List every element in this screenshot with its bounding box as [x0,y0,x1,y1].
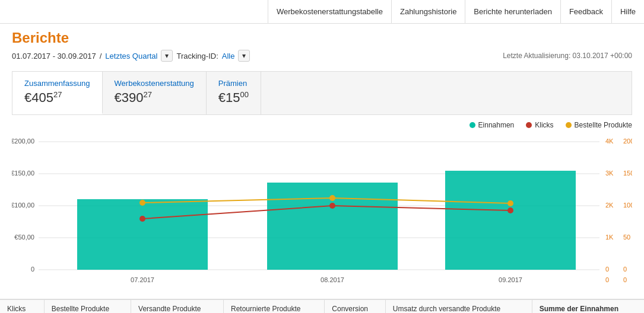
produkte-point-2 [329,195,335,201]
svg-text:150: 150 [623,170,632,177]
header-bestellte-produkte: Bestellte Produkte [44,299,131,313]
tracking-dropdown[interactable] [238,50,250,62]
svg-text:4K: 4K [605,138,614,145]
nav-werbekostenerstattungstabelle[interactable]: Werbekostenerstattungstabelle [268,0,391,24]
header-conversion: Conversion [325,299,385,313]
stats-header-row: Klicks Bestellte Produkte Versandte Prod… [0,299,644,313]
page-title: Berichte [12,30,632,46]
svg-text:€150,00: €150,00 [12,170,34,177]
nav-berichte-herunterladen[interactable]: Berichte herunterladen [465,0,560,24]
header-klicks: Klicks [0,299,44,313]
klicks-dot [526,122,532,128]
page-header: Berichte 01.07.2017 - 30.09.2017 / Letzt… [0,24,644,71]
produkte-point-3 [507,200,513,206]
tab-praemien[interactable]: Prämien €1500 [207,72,261,114]
svg-text:3K: 3K [605,170,614,177]
bar-07-2017 [77,199,208,270]
svg-text:50: 50 [623,234,630,241]
tab-praemien-label: Prämien [218,79,249,88]
nav-feedback[interactable]: Feedback [560,0,611,24]
legend-bestellte-produkte: Bestellte Produkte [566,121,632,129]
header-retournierte-produkte: Retournierte Produkte [224,299,325,313]
svg-text:1K: 1K [605,234,614,241]
tab-zusammenfassung[interactable]: Zusammenfassung €40527 [12,72,103,114]
date-range: 01.07.2017 - 30.09.2017 [12,52,96,60]
svg-text:0: 0 [605,266,609,273]
svg-text:€50,00: €50,00 [14,234,34,241]
separator: / [100,52,102,60]
tab-praemien-value: €1500 [218,90,249,106]
svg-text:100: 100 [623,202,632,209]
tab-werbekostenerstattung-label: Werbekostenerstattung [115,79,194,88]
tracking-label: Tracking-ID: [176,52,218,60]
nav-zahlungshistorie[interactable]: Zahlungshistorie [391,0,465,24]
klicks-point-3 [507,207,513,213]
svg-text:2K: 2K [605,202,614,209]
klicks-label: Klicks [535,121,553,129]
period-dropdown[interactable] [161,50,173,62]
klicks-point-2 [329,203,335,209]
svg-text:0: 0 [623,266,627,273]
tab-werbekostenerstattung[interactable]: Werbekostenerstattung €39027 [103,72,207,114]
einnahmen-dot [469,122,475,128]
date-filter-left: 01.07.2017 - 30.09.2017 / Letztes Quarta… [12,50,250,62]
x-label-07: 07.2017 [131,276,154,283]
chart-container: €200,00 €150,00 €100,00 €50,00 0 4K 3K 2… [12,133,632,293]
svg-text:0: 0 [605,276,609,283]
summary-tabs: Zusammenfassung €40527 Werbekostenerstat… [12,71,632,115]
header-umsatz: Umsatz durch versandte Produkte [385,299,532,313]
svg-text:€200,00: €200,00 [12,138,34,145]
svg-text:0: 0 [623,276,627,283]
tracking-value[interactable]: Alle [222,52,235,60]
tab-zusammenfassung-label: Zusammenfassung [24,79,90,88]
svg-text:0: 0 [31,266,34,273]
chart-svg: €200,00 €150,00 €100,00 €50,00 0 4K 3K 2… [12,133,632,293]
date-filter-row: 01.07.2017 - 30.09.2017 / Letztes Quarta… [12,50,632,62]
header-summe: Summe der Einnahmen [532,299,644,313]
svg-text:€100,00: €100,00 [12,202,34,209]
x-label-09: 09.2017 [499,276,522,283]
header-versandte-produkte: Versandte Produkte [131,299,224,313]
legend-einnahmen: Einnahmen [469,121,515,129]
bestellte-produkte-dot [566,122,572,128]
klicks-point-1 [139,216,145,222]
chart-section: Einnahmen Klicks Bestellte Produkte €200… [0,115,644,299]
bestellte-produkte-label: Bestellte Produkte [575,121,632,129]
nav-hilfe[interactable]: Hilfe [611,0,644,24]
stats-table: Klicks Bestellte Produkte Versandte Prod… [0,299,644,313]
produkte-point-1 [139,200,145,206]
period-link[interactable]: Letztes Quartal [105,52,157,60]
last-update: Letzte Aktualisierung: 03.10.2017 +00:00 [503,52,632,60]
tab-werbekostenerstattung-value: €39027 [115,90,194,106]
chart-legend: Einnahmen Klicks Bestellte Produkte [12,121,632,129]
tab-zusammenfassung-value: €40527 [24,90,90,106]
einnahmen-label: Einnahmen [478,121,515,129]
x-label-08: 08.2017 [321,276,344,283]
bar-09-2017 [445,171,576,270]
top-nav: Werbekostenerstattungstabelle Zahlungshi… [0,0,644,24]
svg-text:200: 200 [623,138,632,145]
legend-klicks: Klicks [526,121,553,129]
